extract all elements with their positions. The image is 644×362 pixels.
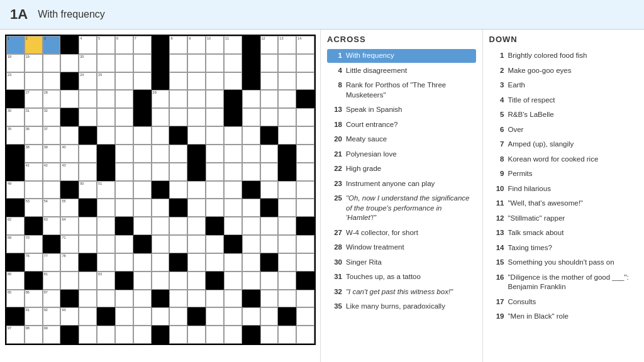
- grid-cell[interactable]: [260, 72, 279, 90]
- grid-cell[interactable]: [97, 326, 115, 344]
- grid-cell[interactable]: [115, 145, 133, 163]
- grid-cell[interactable]: [260, 235, 279, 253]
- grid-cell[interactable]: [115, 307, 133, 326]
- grid-cell[interactable]: [187, 181, 206, 199]
- grid-cell[interactable]: [60, 108, 79, 126]
- grid-cell[interactable]: [152, 217, 170, 235]
- grid-cell[interactable]: [296, 307, 314, 326]
- grid-cell[interactable]: [278, 199, 296, 217]
- grid-cell[interactable]: [206, 272, 224, 290]
- grid-cell[interactable]: [133, 253, 152, 272]
- grid-cell[interactable]: [97, 290, 115, 308]
- grid-cell[interactable]: [278, 181, 296, 199]
- grid-cell[interactable]: [206, 199, 224, 217]
- grid-cell[interactable]: 12: [260, 36, 279, 54]
- grid-cell[interactable]: [169, 108, 187, 126]
- grid-cell[interactable]: [152, 36, 170, 54]
- grid-cell[interactable]: [242, 253, 260, 272]
- grid-cell[interactable]: 99: [43, 326, 61, 344]
- grid-cell[interactable]: [79, 199, 97, 217]
- grid-cell[interactable]: 14: [296, 36, 314, 54]
- crossword-grid[interactable]: 1234567891011121314181920232425272829303…: [5, 35, 316, 345]
- grid-cell[interactable]: 62: [6, 217, 25, 235]
- grid-cell[interactable]: 23: [6, 72, 25, 90]
- grid-cell[interactable]: [25, 272, 43, 290]
- grid-cell[interactable]: [152, 235, 170, 253]
- grid-cell[interactable]: [224, 90, 242, 108]
- grid-cell[interactable]: [187, 307, 206, 326]
- grid-cell[interactable]: [133, 126, 152, 145]
- across-clue-item[interactable]: 20Meaty sauce: [327, 133, 476, 146]
- grid-cell[interactable]: 39: [43, 145, 61, 163]
- grid-cell[interactable]: 20: [79, 54, 97, 72]
- grid-cell[interactable]: [152, 290, 170, 308]
- grid-cell[interactable]: [97, 108, 115, 126]
- grid-cell[interactable]: 91: [25, 307, 43, 326]
- grid-cell[interactable]: [169, 326, 187, 344]
- grid-cell[interactable]: [133, 108, 152, 126]
- grid-cell[interactable]: [260, 290, 279, 308]
- grid-cell[interactable]: [224, 145, 242, 163]
- down-clue-item[interactable]: 1Brightly colored food fish: [489, 49, 638, 63]
- grid-cell[interactable]: [224, 235, 242, 253]
- grid-cell[interactable]: [296, 326, 314, 344]
- down-clue-item[interactable]: 15Something you shouldn't pass on: [489, 256, 638, 270]
- across-clue-item[interactable]: 27W-4 collector, for short: [327, 226, 476, 240]
- grid-cell[interactable]: [133, 145, 152, 163]
- grid-cell[interactable]: 71: [60, 235, 79, 253]
- grid-cell[interactable]: [296, 126, 314, 145]
- grid-cell[interactable]: [133, 54, 152, 72]
- grid-cell[interactable]: [278, 163, 296, 181]
- grid-cell[interactable]: 29: [152, 90, 170, 108]
- grid-cell[interactable]: [296, 72, 314, 90]
- across-clue-item[interactable]: 8Rank for Porthos of "The Three Musketee…: [327, 79, 476, 102]
- grid-cell[interactable]: [97, 307, 115, 326]
- grid-cell[interactable]: 92: [43, 307, 61, 326]
- grid-cell[interactable]: 25: [97, 72, 115, 90]
- grid-cell[interactable]: 98: [25, 326, 43, 344]
- grid-cell[interactable]: [242, 90, 260, 108]
- grid-cell[interactable]: [115, 217, 133, 235]
- grid-cell[interactable]: [97, 90, 115, 108]
- down-clue-item[interactable]: 16"Diligence is the mother of good ___":…: [489, 271, 638, 294]
- grid-cell[interactable]: 10: [206, 36, 224, 54]
- grid-cell[interactable]: [6, 199, 25, 217]
- grid-cell[interactable]: [60, 290, 79, 308]
- grid-cell[interactable]: [224, 326, 242, 344]
- down-clue-item[interactable]: 2Make goo-goo eyes: [489, 64, 638, 78]
- grid-cell[interactable]: [278, 90, 296, 108]
- grid-cell[interactable]: 69: [6, 235, 25, 253]
- grid-cell[interactable]: 36: [25, 126, 43, 145]
- grid-cell[interactable]: [224, 108, 242, 126]
- grid-cell[interactable]: 42: [43, 163, 61, 181]
- grid-cell[interactable]: [242, 145, 260, 163]
- grid-cell[interactable]: 97: [6, 326, 25, 344]
- across-clue-item[interactable]: 30Singer Rita: [327, 256, 476, 270]
- grid-cell[interactable]: [260, 145, 279, 163]
- grid-cell[interactable]: 49: [6, 181, 25, 199]
- grid-cell[interactable]: [260, 90, 279, 108]
- grid-cell[interactable]: 11: [224, 36, 242, 54]
- grid-cell[interactable]: [6, 90, 25, 108]
- grid-cell[interactable]: [79, 163, 97, 181]
- down-clue-item[interactable]: 11"Well, that's awesome!": [489, 197, 638, 211]
- grid-cell[interactable]: [169, 272, 187, 290]
- down-clue-item[interactable]: 14Taxing times?: [489, 241, 638, 255]
- grid-cell[interactable]: [187, 72, 206, 90]
- grid-cell[interactable]: 43: [60, 163, 79, 181]
- grid-cell[interactable]: [6, 145, 25, 163]
- across-clue-item[interactable]: 28Window treatment: [327, 241, 476, 255]
- grid-cell[interactable]: [278, 72, 296, 90]
- grid-cell[interactable]: [296, 54, 314, 72]
- grid-cell[interactable]: 64: [60, 217, 79, 235]
- grid-cell[interactable]: [152, 163, 170, 181]
- grid-cell[interactable]: [242, 163, 260, 181]
- grid-cell[interactable]: [79, 145, 97, 163]
- grid-cell[interactable]: [206, 290, 224, 308]
- grid-cell[interactable]: [296, 217, 314, 235]
- grid-cell[interactable]: 55: [60, 199, 79, 217]
- grid-cell[interactable]: 78: [60, 253, 79, 272]
- grid-cell[interactable]: [242, 54, 260, 72]
- grid-cell[interactable]: [97, 235, 115, 253]
- grid-cell[interactable]: [187, 326, 206, 344]
